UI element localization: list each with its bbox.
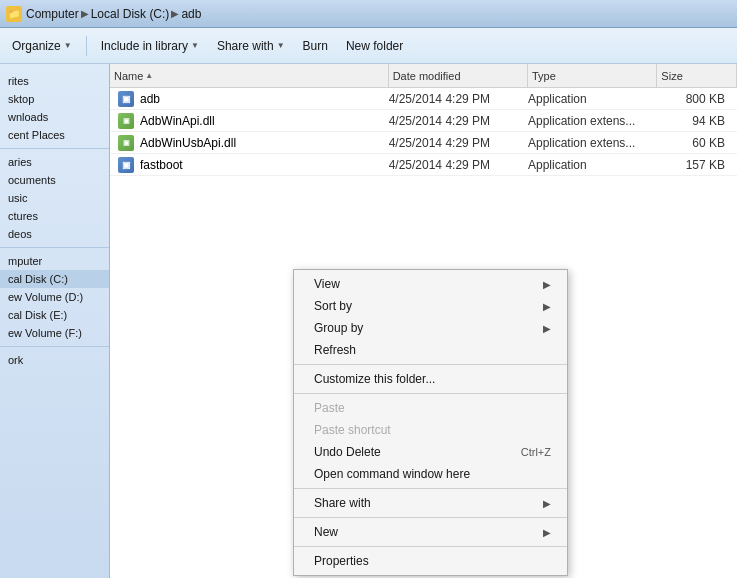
sidebar-divider-2 — [0, 247, 109, 248]
ctx-undo-delete[interactable]: Undo Delete Ctrl+Z — [294, 441, 567, 463]
table-row[interactable]: ▣ fastboot 4/25/2014 4:29 PM Application… — [110, 154, 737, 176]
breadcrumb-drive[interactable]: Local Disk (C:) — [91, 7, 170, 21]
ctx-customize[interactable]: Customize this folder... — [294, 368, 567, 390]
new-folder-button[interactable]: New folder — [338, 35, 411, 57]
breadcrumb-computer[interactable]: Computer — [26, 7, 79, 21]
table-row[interactable]: ▣ AdbWinUsbApi.dll 4/25/2014 4:29 PM App… — [110, 132, 737, 154]
organize-arrow-icon: ▼ — [64, 41, 72, 50]
context-menu: View ▶ Sort by ▶ Group by ▶ Refresh Cust… — [293, 269, 568, 576]
file-size-adbwinapi: 94 KB — [657, 114, 737, 128]
ctx-refresh[interactable]: Refresh — [294, 339, 567, 361]
breadcrumb: Computer ▶ Local Disk (C:) ▶ adb — [26, 7, 201, 21]
sidebar: rites sktop wnloads cent Places aries oc… — [0, 64, 110, 578]
file-name-adb: ▣ adb — [110, 91, 389, 107]
ctx-shortcut-undo: Ctrl+Z — [521, 446, 551, 458]
file-size-adb: 800 KB — [657, 92, 737, 106]
burn-button[interactable]: Burn — [295, 35, 336, 57]
toolbar-separator — [86, 36, 87, 56]
breadcrumb-folder[interactable]: adb — [181, 7, 201, 21]
sort-name-icon: ▲ — [145, 71, 153, 80]
file-name-adbwinapi: ▣ AdbWinApi.dll — [110, 113, 389, 129]
include-library-button[interactable]: Include in library ▼ — [93, 35, 207, 57]
file-type-fastboot: Application — [528, 158, 657, 172]
col-header-name[interactable]: Name ▲ — [110, 64, 389, 87]
file-list-area: Name ▲ Date modified Type Size ▣ adb 4/2… — [110, 64, 737, 578]
app-icon: ▣ — [118, 91, 134, 107]
table-row[interactable]: ▣ AdbWinApi.dll 4/25/2014 4:29 PM Applic… — [110, 110, 737, 132]
file-date-fastboot: 4/25/2014 4:29 PM — [389, 158, 528, 172]
sidebar-item-libraries[interactable]: aries — [0, 153, 109, 171]
ctx-share-with[interactable]: Share with ▶ — [294, 492, 567, 514]
sidebar-divider-1 — [0, 148, 109, 149]
col-header-type[interactable]: Type — [528, 64, 657, 87]
sidebar-item-videos[interactable]: deos — [0, 225, 109, 243]
sidebar-item-recent[interactable]: cent Places — [0, 126, 109, 144]
file-type-adb: Application — [528, 92, 657, 106]
ctx-group-by[interactable]: Group by ▶ — [294, 317, 567, 339]
ctx-new[interactable]: New ▶ — [294, 521, 567, 543]
sidebar-item-pictures[interactable]: ctures — [0, 207, 109, 225]
sidebar-item-volume-f[interactable]: ew Volume (F:) — [0, 324, 109, 342]
ctx-sep-3 — [294, 488, 567, 489]
file-size-adbwinusbapi: 60 KB — [657, 136, 737, 150]
sidebar-item-computer[interactable]: mputer — [0, 252, 109, 270]
file-list-header: Name ▲ Date modified Type Size — [110, 64, 737, 88]
folder-icon: 📁 — [6, 6, 22, 22]
table-row[interactable]: ▣ adb 4/25/2014 4:29 PM Application 800 … — [110, 88, 737, 110]
ctx-sort-by[interactable]: Sort by ▶ — [294, 295, 567, 317]
dll-icon: ▣ — [118, 135, 134, 151]
file-size-fastboot: 157 KB — [657, 158, 737, 172]
ctx-properties[interactable]: Properties — [294, 550, 567, 572]
ctx-open-command[interactable]: Open command window here — [294, 463, 567, 485]
organize-button[interactable]: Organize ▼ — [4, 35, 80, 57]
ctx-sep-2 — [294, 393, 567, 394]
sidebar-item-downloads[interactable]: wnloads — [0, 108, 109, 126]
sidebar-item-volume-d[interactable]: ew Volume (D:) — [0, 288, 109, 306]
sidebar-item-local-e[interactable]: cal Disk (E:) — [0, 306, 109, 324]
col-header-date[interactable]: Date modified — [389, 64, 528, 87]
col-header-size[interactable]: Size — [657, 64, 737, 87]
ctx-arrow-icon: ▶ — [543, 301, 551, 312]
ctx-paste: Paste — [294, 397, 567, 419]
sidebar-item-favorites[interactable]: rites — [0, 72, 109, 90]
ctx-sep-4 — [294, 517, 567, 518]
file-name-fastboot: ▣ fastboot — [110, 157, 389, 173]
main-layout: rites sktop wnloads cent Places aries oc… — [0, 64, 737, 578]
ctx-arrow-icon: ▶ — [543, 498, 551, 509]
share-with-arrow-icon: ▼ — [277, 41, 285, 50]
ctx-arrow-icon: ▶ — [543, 527, 551, 538]
ctx-view[interactable]: View ▶ — [294, 273, 567, 295]
share-with-button[interactable]: Share with ▼ — [209, 35, 293, 57]
file-name-adbwinusbapi: ▣ AdbWinUsbApi.dll — [110, 135, 389, 151]
file-date-adb: 4/25/2014 4:29 PM — [389, 92, 528, 106]
ctx-paste-shortcut: Paste shortcut — [294, 419, 567, 441]
file-type-adbwinusbapi: Application extens... — [528, 136, 657, 150]
dll-icon: ▣ — [118, 113, 134, 129]
app-icon: ▣ — [118, 157, 134, 173]
file-type-adbwinapi: Application extens... — [528, 114, 657, 128]
toolbar: Organize ▼ Include in library ▼ Share wi… — [0, 28, 737, 64]
sidebar-item-documents[interactable]: ocuments — [0, 171, 109, 189]
sidebar-item-network[interactable]: ork — [0, 351, 109, 369]
ctx-sep-1 — [294, 364, 567, 365]
sidebar-item-music[interactable]: usic — [0, 189, 109, 207]
ctx-sep-5 — [294, 546, 567, 547]
file-date-adbwinapi: 4/25/2014 4:29 PM — [389, 114, 528, 128]
sidebar-item-desktop[interactable]: sktop — [0, 90, 109, 108]
sidebar-divider-3 — [0, 346, 109, 347]
ctx-arrow-icon: ▶ — [543, 323, 551, 334]
file-date-adbwinusbapi: 4/25/2014 4:29 PM — [389, 136, 528, 150]
ctx-arrow-icon: ▶ — [543, 279, 551, 290]
title-bar: 📁 Computer ▶ Local Disk (C:) ▶ adb — [0, 0, 737, 28]
include-library-arrow-icon: ▼ — [191, 41, 199, 50]
sidebar-item-local-c[interactable]: cal Disk (C:) — [0, 270, 109, 288]
